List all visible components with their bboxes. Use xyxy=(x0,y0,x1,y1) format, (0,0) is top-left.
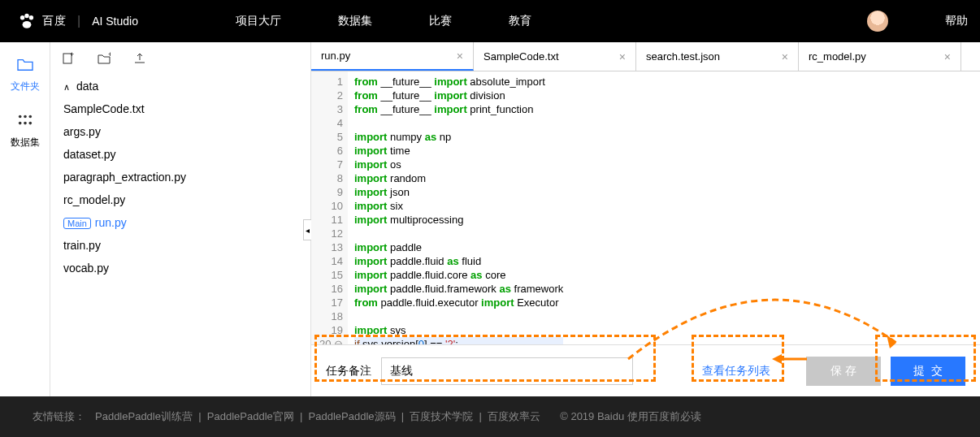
code-area[interactable]: 1234567891011121314151617181920 ⊖2122232… xyxy=(311,71,980,344)
tree-file[interactable]: SampleCode.txt xyxy=(50,97,310,120)
svg-point-7 xyxy=(18,122,21,125)
note-label: 任务备注 xyxy=(326,364,371,379)
tree-main-file[interactable]: Mainrun.py xyxy=(50,211,310,234)
svg-text:+: + xyxy=(70,52,74,58)
grid-icon xyxy=(16,113,34,128)
left-sidebar: 文件夹 数据集 xyxy=(0,42,50,396)
new-folder-icon[interactable]: + xyxy=(98,52,111,65)
view-tasks-link[interactable]: 查看任务列表 xyxy=(702,364,770,379)
footer-label: 友情链接： xyxy=(33,409,85,424)
save-button[interactable]: 保 存 xyxy=(806,357,881,386)
tree-file[interactable]: train.py xyxy=(50,234,310,257)
new-file-icon[interactable]: + xyxy=(62,52,75,65)
folder-icon xyxy=(16,57,34,71)
footer-link[interactable]: 百度效率云 xyxy=(488,410,540,422)
nav-help[interactable]: 帮助 xyxy=(945,14,968,28)
upload-icon[interactable] xyxy=(133,52,146,65)
svg-text:+: + xyxy=(108,52,111,58)
svg-point-8 xyxy=(24,122,27,125)
footer-link[interactable]: PaddlePaddle官网 xyxy=(207,410,294,422)
editor-tabs: run.py×SampleCode.txt×search.test.json×r… xyxy=(311,42,980,71)
close-icon[interactable]: × xyxy=(619,50,626,63)
sidebar-datasets[interactable]: 数据集 xyxy=(0,113,50,149)
svg-point-0 xyxy=(20,15,24,19)
tab[interactable]: SampleCode.txt× xyxy=(474,42,636,71)
svg-point-5 xyxy=(24,115,27,119)
nav-projects[interactable]: 项目大厅 xyxy=(236,14,281,28)
nav-education[interactable]: 教育 xyxy=(509,14,531,28)
note-input[interactable] xyxy=(381,357,633,385)
tree-file[interactable]: vocab.py xyxy=(50,257,310,279)
brand: AI Studio xyxy=(92,15,138,28)
nav-competition[interactable]: 比赛 xyxy=(429,14,452,28)
close-icon[interactable]: × xyxy=(782,50,788,63)
svg-point-2 xyxy=(29,15,33,19)
close-icon[interactable]: × xyxy=(457,50,463,63)
svg-point-3 xyxy=(23,21,32,28)
header: 百度 | AI Studio 项目大厅 数据集 比赛 教育 帮助 xyxy=(0,0,980,42)
tree-file[interactable]: dataset.py xyxy=(50,143,310,166)
footer-link[interactable]: PaddlePaddle源码 xyxy=(309,410,396,422)
sidebar-files[interactable]: 文件夹 xyxy=(0,57,50,93)
tree-file[interactable]: paragraph_extraction.py xyxy=(50,166,310,188)
svg-point-9 xyxy=(28,122,32,125)
avatar[interactable] xyxy=(867,11,888,32)
svg-point-1 xyxy=(24,14,28,18)
nav: 项目大厅 数据集 比赛 教育 xyxy=(236,14,531,28)
tree-folder-data[interactable]: data xyxy=(50,75,310,97)
paw-icon xyxy=(16,11,37,32)
tab[interactable]: run.py× xyxy=(311,42,474,71)
nav-datasets[interactable]: 数据集 xyxy=(338,14,372,28)
footer: 友情链接： PaddlePaddle训练营 | PaddlePaddle官网 |… xyxy=(0,396,980,437)
editor: ◂ run.py×SampleCode.txt×search.test.json… xyxy=(310,42,980,396)
source[interactable]: from __future__ import absolute_importfr… xyxy=(348,71,563,344)
footer-link[interactable]: 百度技术学院 xyxy=(410,410,473,422)
logo[interactable]: 百度 | AI Studio xyxy=(16,11,138,32)
footer-copy: © 2019 Baidu 使用百度前必读 xyxy=(560,409,701,424)
tree-file[interactable]: args.py xyxy=(50,120,310,143)
tree-toolbar: + + xyxy=(50,52,310,65)
close-icon[interactable]: × xyxy=(944,50,951,63)
collapse-handle[interactable]: ◂ xyxy=(303,219,311,240)
tab[interactable]: search.test.json× xyxy=(636,42,799,71)
file-tree: + + data SampleCode.txtargs.pydataset.py… xyxy=(50,42,310,396)
submit-button[interactable]: 提交 xyxy=(891,357,965,386)
tab[interactable]: rc_model.py× xyxy=(799,42,961,71)
footer-link[interactable]: PaddlePaddle训练营 xyxy=(95,410,193,422)
gutter: 1234567891011121314151617181920 ⊖2122232… xyxy=(311,71,348,344)
tree-file[interactable]: rc_model.py xyxy=(50,188,310,211)
svg-point-6 xyxy=(28,115,32,119)
bottom-bar: 任务备注 查看任务列表 保 存 提交 xyxy=(311,344,980,396)
svg-point-4 xyxy=(18,115,21,119)
logo-text: 百度 xyxy=(42,14,66,28)
